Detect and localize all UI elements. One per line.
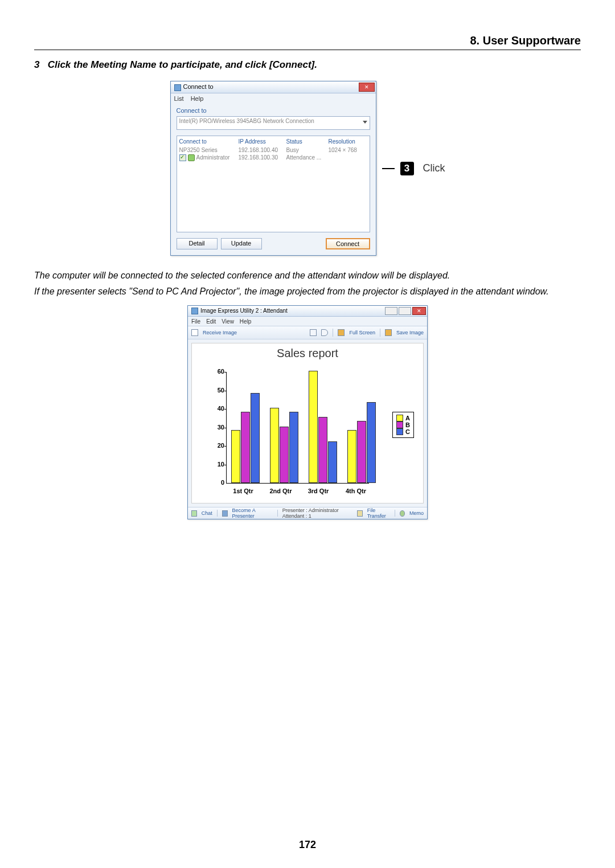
col-resolution: Resolution — [329, 138, 368, 145]
y-tick-label: 50 — [213, 387, 224, 394]
menu-list[interactable]: List — [174, 95, 184, 102]
callout-label: Click — [423, 162, 445, 174]
chat-button[interactable]: Chat — [202, 510, 212, 516]
list-row[interactable]: NP3250 Series 192.168.100.40 Busy 1024 ×… — [179, 147, 367, 153]
legend-swatch — [396, 428, 403, 435]
col-status: Status — [286, 138, 326, 145]
x-tick-label: 4th Qtr — [342, 488, 370, 494]
close-button[interactable]: ✕ — [359, 83, 375, 92]
zoom-icon[interactable] — [310, 329, 317, 336]
menu-help[interactable]: Help — [191, 95, 204, 102]
callout-connector — [382, 168, 395, 169]
col-connect-to: Connect to — [179, 138, 236, 145]
update-button[interactable]: Update — [221, 238, 262, 249]
page-number: 172 — [0, 839, 615, 851]
save-image-button[interactable]: Save Image — [396, 330, 424, 335]
file-transfer-icon — [357, 510, 362, 517]
maximize-button[interactable] — [399, 307, 411, 315]
presenter-icon — [188, 154, 195, 161]
legend-item: A — [396, 415, 410, 421]
x-tick-label: 3rd Qtr — [304, 488, 333, 494]
connect-dialog: Connect to ✕ List Help Connect to Intel(… — [170, 81, 376, 256]
menu-view[interactable]: View — [222, 318, 234, 325]
row-checkbox[interactable] — [179, 154, 186, 161]
bar — [367, 402, 376, 483]
receive-image-button[interactable]: Receive Image — [203, 330, 237, 335]
network-adapter-dropdown[interactable]: Intel(R) PRO/Wireless 3945ABG Network Co… — [177, 116, 370, 130]
bar-group — [270, 408, 298, 483]
legend-item: B — [396, 421, 410, 428]
bar-group — [309, 371, 337, 483]
menubar: File Edit View Help — [188, 317, 427, 326]
save-icon — [385, 329, 392, 336]
pointer-icon[interactable] — [321, 329, 328, 336]
y-tick-label: 30 — [213, 424, 224, 431]
bar-group — [347, 402, 376, 483]
window-title: Image Express Utility 2 : Attendant — [191, 308, 288, 314]
close-icon: ✕ — [417, 309, 421, 314]
fullscreen-button[interactable]: Full Screen — [349, 330, 375, 335]
callout-badge: 3 — [400, 162, 414, 175]
body-paragraph: The computer will be connected to the se… — [34, 269, 581, 282]
bar — [241, 412, 250, 484]
bar — [347, 430, 356, 483]
app-icon — [174, 84, 181, 91]
legend-label: C — [405, 428, 410, 435]
bar — [318, 417, 327, 483]
y-tick-label: 60 — [213, 368, 224, 375]
bar — [309, 371, 318, 483]
section-header: 8. User Supportware — [470, 34, 581, 47]
statusbar: Chat Become A Presenter Presenter : Admi… — [188, 507, 427, 519]
x-tick-label: 2nd Qtr — [266, 488, 295, 494]
col-ip: IP Address — [239, 138, 284, 145]
list-row[interactable]: Administrator 192.168.100.30 Attendance … — [179, 154, 367, 161]
titlebar: Image Express Utility 2 : Attendant ✕ — [188, 306, 427, 317]
legend-label: B — [405, 421, 410, 428]
bar — [270, 408, 279, 483]
chart-title: Sales report — [192, 347, 423, 360]
titlebar: Connect to ✕ — [171, 81, 376, 93]
close-icon: ✕ — [364, 85, 369, 90]
legend-swatch — [396, 415, 403, 421]
bar-group — [231, 393, 260, 483]
connection-list: Connect to IP Address Status Resolution … — [177, 136, 370, 232]
legend-label: A — [405, 415, 410, 421]
detail-button[interactable]: Detail — [177, 238, 218, 249]
y-tick-label: 40 — [213, 405, 224, 412]
fullscreen-icon — [338, 329, 345, 336]
app-icon — [191, 308, 198, 314]
file-transfer-button[interactable]: File Transfer — [367, 507, 390, 519]
y-tick-label: 0 — [213, 479, 224, 486]
y-tick-label: 10 — [213, 461, 224, 468]
minimize-button[interactable] — [385, 307, 397, 315]
bar — [289, 412, 298, 484]
close-button[interactable]: ✕ — [412, 307, 426, 315]
chat-icon — [191, 510, 197, 517]
chart-plot: 01020304050601st Qtr2nd Qtr3rd Qtr4th Qt… — [226, 372, 369, 484]
bar — [280, 427, 289, 484]
bar — [231, 430, 240, 483]
menu-edit[interactable]: Edit — [206, 318, 216, 325]
memo-button[interactable]: Memo — [409, 510, 424, 516]
legend-item: C — [396, 428, 410, 435]
x-tick-label: 1st Qtr — [229, 488, 257, 494]
presenter-info: Presenter : Administrator Attendant : 1 — [282, 507, 358, 519]
bar — [357, 421, 366, 483]
chart-canvas: Sales report 01020304050601st Qtr2nd Qtr… — [191, 343, 424, 503]
connect-button[interactable]: Connect — [326, 238, 370, 249]
presenter-icon — [222, 510, 228, 517]
menu-help[interactable]: Help — [240, 318, 252, 325]
body-paragraph: If the presenter selects "Send to PC And… — [34, 285, 581, 298]
window-title: Connect to — [174, 83, 214, 91]
step-text: Click the Meeting Name to participate, a… — [48, 59, 317, 70]
y-tick-label: 20 — [213, 442, 224, 449]
become-presenter-button[interactable]: Become A Presenter — [232, 507, 273, 519]
menu-file[interactable]: File — [191, 318, 200, 325]
menubar: List Help — [171, 93, 376, 104]
receive-icon — [191, 329, 198, 336]
legend-swatch — [396, 421, 403, 428]
step-heading: 3 Click the Meeting Name to participate,… — [34, 59, 581, 71]
bar — [328, 441, 337, 484]
memo-icon — [400, 510, 405, 517]
chart-legend: ABC — [392, 412, 414, 438]
